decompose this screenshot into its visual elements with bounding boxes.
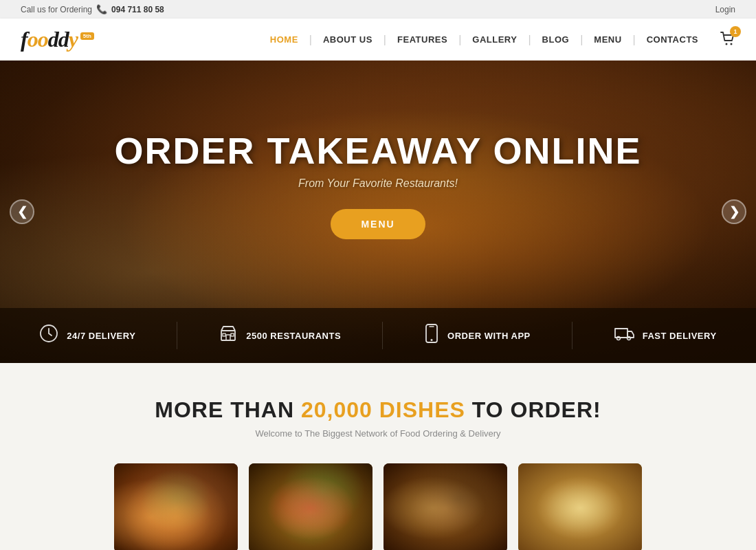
logo-badge: 5th: [80, 32, 94, 40]
top-bar: Call us for Ordering 📞 094 711 80 58 Log…: [0, 0, 756, 19]
svg-point-0: [726, 43, 728, 45]
dish-card-sushi[interactable]: [114, 463, 238, 550]
dishes-section: MORE THAN 20,000 DISHES TO ORDER! Welcom…: [0, 363, 756, 550]
svg-point-1: [731, 43, 733, 45]
svg-point-9: [616, 336, 620, 340]
nav-menu[interactable]: MENU: [583, 34, 632, 45]
hero-next-arrow[interactable]: ❯: [722, 199, 746, 224]
stat-247-label: 24/7 DELIVERY: [67, 331, 135, 341]
stat-delivery-247: 24/7 DELIVERY: [39, 324, 135, 348]
logo-text: fooddy: [21, 27, 78, 52]
nav-features[interactable]: FEATURES: [386, 34, 458, 45]
login-link[interactable]: Login: [715, 5, 735, 14]
truck-icon: [614, 325, 634, 346]
hero-title: ORDER TAKEAWAY ONLINE: [114, 129, 641, 172]
call-label: Call us for Ordering: [21, 5, 92, 14]
hero-subtitle: From Your Favorite Restaurants!: [298, 177, 458, 190]
dish-card-pastry[interactable]: [518, 463, 642, 550]
hero-prev-arrow[interactable]: ❮: [10, 199, 34, 224]
dish-card-pizza[interactable]: [249, 463, 373, 550]
svg-rect-5: [223, 333, 225, 336]
hero-cta-button[interactable]: MENU: [331, 209, 425, 239]
restaurant-icon: [219, 324, 238, 348]
mobile-icon: [424, 324, 439, 348]
stat-restaurants: 2500 RESTAURANTS: [219, 324, 341, 348]
stat-restaurants-label: 2500 RESTAURANTS: [246, 331, 341, 341]
hero-stats-bar: 24/7 DELIVERY 2500 RESTAURANTS: [0, 308, 756, 363]
svg-point-10: [627, 336, 630, 340]
nav-blog[interactable]: BLOG: [531, 34, 581, 45]
top-bar-left: Call us for Ordering 📞 094 711 80 58: [21, 4, 164, 14]
hero-section: ❮ ORDER TAKEAWAY ONLINE From Your Favori…: [0, 60, 756, 363]
svg-point-8: [431, 339, 433, 341]
stat-divider-3: [572, 322, 572, 349]
dishes-title-pre: MORE THAN: [155, 397, 301, 422]
dishes-subtitle: Welcome to The Biggest Network of Food O…: [21, 428, 735, 439]
dishes-title: MORE THAN 20,000 DISHES TO ORDER!: [21, 397, 735, 423]
main-nav: HOME | ABOUT US | FEATURES | GALLERY | B…: [259, 32, 735, 48]
nav-contacts[interactable]: CONTACTS: [636, 34, 709, 45]
svg-rect-4: [226, 335, 230, 340]
hero-content: ORDER TAKEAWAY ONLINE From Your Favorite…: [0, 60, 756, 308]
phone-number: 094 711 80 58: [111, 5, 164, 14]
prev-arrow-icon: ❮: [17, 204, 27, 219]
dishes-title-post: TO ORDER!: [465, 397, 601, 422]
dishes-title-highlight: 20,000 DISHES: [301, 397, 465, 422]
logo[interactable]: fooddy 5th: [21, 27, 94, 52]
stat-fast-delivery-label: FAST DELIVERY: [643, 331, 717, 341]
svg-rect-6: [231, 333, 234, 336]
nav-home[interactable]: HOME: [259, 34, 309, 45]
nav-gallery[interactable]: GALLERY: [461, 34, 528, 45]
dishes-grid: [21, 463, 735, 550]
stat-fast-delivery: FAST DELIVERY: [614, 325, 717, 346]
cart-button[interactable]: 1: [720, 32, 735, 48]
clock-icon: [39, 324, 58, 348]
svg-rect-3: [221, 331, 235, 340]
stat-divider-2: [382, 322, 383, 349]
dish-card-burger[interactable]: [383, 463, 507, 550]
stat-divider-1: [177, 322, 177, 349]
header: fooddy 5th HOME | ABOUT US | FEATURES | …: [0, 19, 756, 60]
next-arrow-icon: ❯: [729, 204, 740, 219]
stat-order-app-label: ORDER WITH APP: [447, 331, 531, 341]
cart-count: 1: [730, 26, 741, 37]
stat-order-app: ORDER WITH APP: [424, 324, 531, 348]
nav-about[interactable]: ABOUT US: [312, 34, 383, 45]
phone-icon: 📞: [96, 4, 107, 14]
